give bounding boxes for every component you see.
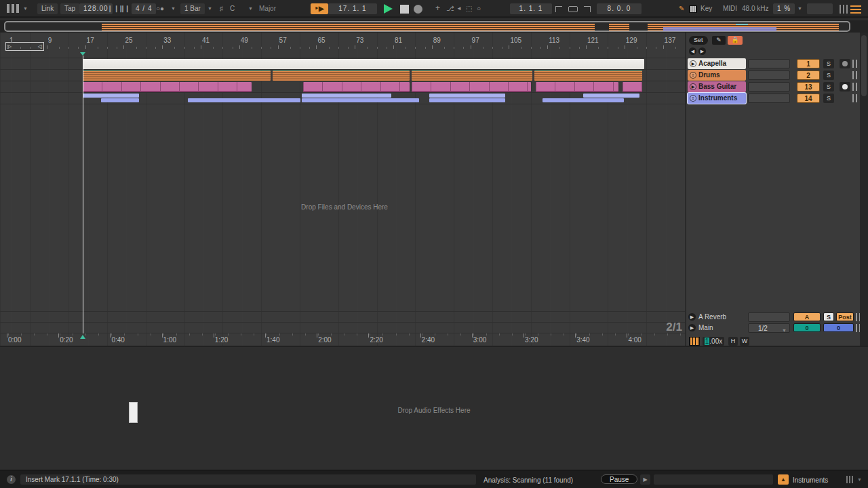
track-name[interactable]: ▶Acapella: [688, 58, 746, 69]
track-name[interactable]: ▶Bass Guitar: [688, 81, 746, 92]
follow-button[interactable]: ‣▶: [311, 3, 328, 14]
key-map-button[interactable]: Key: [701, 3, 712, 14]
computer-midi-keyboard-icon[interactable]: [689, 5, 697, 13]
clip-instruments[interactable]: [188, 98, 300, 102]
overview-clip-segment[interactable]: [609, 24, 629, 30]
clip-drums[interactable]: [83, 70, 271, 81]
track-header-row[interactable]: ≡Instruments14S: [686, 93, 861, 104]
punch-out-icon[interactable]: [584, 6, 591, 12]
device-drag-ghost[interactable]: [129, 402, 138, 423]
draw-mode-pencil-icon[interactable]: ✎: [679, 3, 684, 14]
group-track-icon[interactable]: ≡: [690, 72, 696, 79]
track-number-button[interactable]: 1: [797, 59, 820, 68]
return-track-header[interactable]: ▶ A Reverb A S Post: [686, 312, 861, 323]
overview-clip-segment-purple[interactable]: [663, 27, 776, 31]
clip-instruments[interactable]: [542, 98, 624, 102]
show-device-panel-button[interactable]: ▲: [778, 474, 789, 485]
prev-arrow-icon[interactable]: ◀: [689, 47, 696, 55]
capture-midi-icon[interactable]: ⬚: [466, 3, 472, 14]
main-volume-button[interactable]: 0: [823, 323, 854, 332]
track-name[interactable]: ≡Drums: [688, 70, 746, 81]
info-icon[interactable]: i: [7, 475, 16, 484]
clip-bass-guitar[interactable]: [536, 82, 618, 92]
return-input-field[interactable]: [748, 312, 790, 322]
cpu-meter[interactable]: 1 %: [773, 3, 795, 14]
clip-instruments[interactable]: [83, 94, 139, 98]
track-number-button[interactable]: 13: [797, 82, 820, 92]
track-header-row[interactable]: ▶Acapella1S: [686, 58, 861, 69]
clip-acapella[interactable]: [83, 59, 644, 69]
return-solo-button[interactable]: S: [823, 312, 834, 321]
output-channel-dropdown[interactable]: 1/2▼: [748, 323, 790, 333]
scrollbar-thumb[interactable]: [861, 35, 867, 96]
solo-button[interactable]: S: [823, 94, 834, 103]
set-button[interactable]: Set: [689, 36, 708, 45]
track-name[interactable]: ≡Instruments: [688, 93, 746, 104]
stop-button[interactable]: [400, 5, 409, 14]
track-input-field[interactable]: [748, 70, 790, 80]
track-input-field[interactable]: [748, 59, 790, 68]
return-a-button[interactable]: A: [793, 312, 821, 321]
zoom-height-button[interactable]: H: [728, 337, 738, 346]
clip-instruments[interactable]: [429, 98, 505, 102]
return-post-button[interactable]: Post: [836, 312, 854, 321]
loop-switch-icon[interactable]: [568, 6, 578, 12]
quantize-caret-icon[interactable]: ▼: [208, 3, 212, 14]
clip-instruments[interactable]: [302, 94, 391, 98]
clip-instruments[interactable]: [583, 94, 639, 98]
keys-icon[interactable]: [689, 337, 700, 346]
arrangement-record-button[interactable]: [414, 5, 422, 14]
preview-play-button[interactable]: ▶: [640, 474, 650, 485]
clip-instruments[interactable]: [302, 98, 419, 102]
clip-bass-guitar[interactable]: [83, 82, 252, 92]
clip-bass-guitar[interactable]: [303, 82, 410, 92]
playhead-time-marker-icon[interactable]: [80, 335, 85, 339]
device-view[interactable]: Drop Audio Effects Here: [0, 346, 868, 470]
unfold-track-icon[interactable]: ▶: [690, 83, 696, 90]
solo-button[interactable]: S: [823, 70, 834, 80]
zoom-width-button[interactable]: W: [740, 337, 749, 346]
clip-instruments[interactable]: [429, 94, 505, 98]
key-root-field[interactable]: C: [230, 3, 235, 14]
pencil-automation-icon[interactable]: ✎: [712, 36, 726, 45]
track-number-button[interactable]: 2: [797, 70, 820, 80]
clip-bass-guitar[interactable]: [412, 82, 531, 92]
unfold-track-icon[interactable]: ▶: [690, 60, 696, 67]
clip-drums[interactable]: [534, 70, 642, 81]
group-track-icon[interactable]: ≡: [690, 95, 696, 102]
window-menu-caret-icon[interactable]: ▼: [23, 3, 28, 14]
re-enable-automation-icon[interactable]: ◄: [456, 3, 462, 14]
overview-clip-segment[interactable]: [102, 24, 595, 30]
pause-button[interactable]: Pause: [601, 474, 637, 484]
next-arrow-icon[interactable]: ▶: [698, 47, 706, 55]
clip-instruments[interactable]: [101, 98, 139, 102]
punch-in-icon[interactable]: [555, 6, 562, 12]
arm-button[interactable]: [840, 59, 850, 68]
solo-button[interactable]: S: [823, 82, 834, 92]
overview-clip-segment-cyan[interactable]: [736, 24, 748, 25]
return-track-name[interactable]: A Reverb: [698, 312, 726, 322]
unfold-arrow-icon[interactable]: ▶: [688, 313, 696, 321]
loop-length-field[interactable]: 8. 0. 0: [597, 3, 642, 14]
vertical-scrollbar[interactable]: [860, 33, 868, 346]
clip-drums[interactable]: [412, 70, 532, 81]
track-header-row[interactable]: ≡Drums2S: [686, 70, 861, 81]
overdub-icon[interactable]: +: [435, 3, 440, 14]
scale-caret-icon[interactable]: ▼: [248, 3, 253, 14]
arrangement-overview[interactable]: [0, 20, 868, 33]
main-track-header[interactable]: ▶ Main 1/2▼ 0 0: [686, 323, 861, 333]
arm-button[interactable]: [840, 82, 850, 92]
metronome-icon[interactable]: ○●: [156, 3, 164, 14]
track-header-row[interactable]: ▶Bass Guitar13S: [686, 81, 861, 92]
window-menu-icon[interactable]: [7, 4, 20, 13]
scale-name-field[interactable]: Major: [259, 3, 276, 14]
loop-start-field[interactable]: 1. 1. 1: [510, 3, 552, 14]
link-button[interactable]: Link: [37, 3, 58, 14]
cpu-caret-icon[interactable]: ▼: [797, 3, 802, 14]
clip-drums[interactable]: [273, 70, 410, 81]
playback-speed-field[interactable]: 1.00x: [703, 337, 724, 346]
metronome-caret-icon[interactable]: ▼: [171, 3, 176, 14]
hamburger-menu-icon[interactable]: [850, 5, 861, 14]
midi-map-button[interactable]: MIDI: [723, 3, 737, 14]
solo-button[interactable]: S: [823, 59, 834, 68]
